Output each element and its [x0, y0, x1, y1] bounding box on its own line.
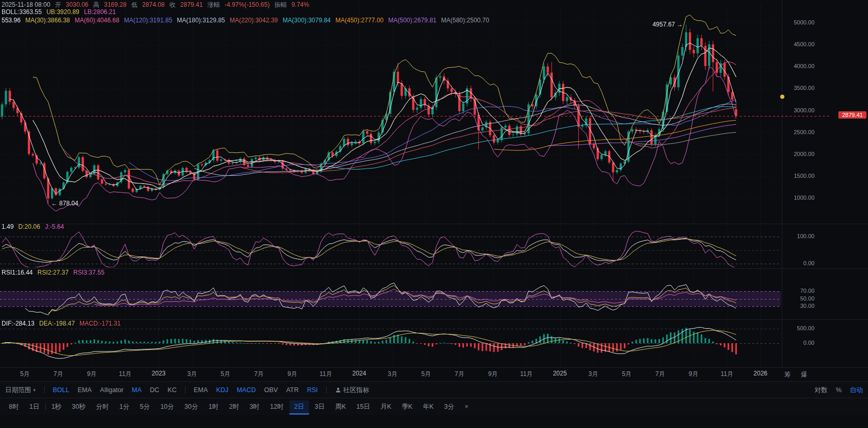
kdj-tick-label: 100.00	[797, 233, 814, 240]
macd-tick-label: 0.00	[804, 340, 814, 346]
timeframe-button-2时[interactable]: 2时	[224, 400, 244, 413]
x-axis-label: 2026	[754, 370, 768, 377]
x-axis-label: 5月	[20, 370, 30, 379]
x-axis-label: 11月	[720, 370, 733, 379]
timeframe-button-1秒[interactable]: 1秒	[47, 400, 66, 413]
legend-item: J:-5.64	[45, 223, 64, 230]
community-indicators-button[interactable]: 社区指标	[335, 386, 369, 395]
timeframe-button-年K[interactable]: 年K	[418, 400, 438, 413]
scale-controls: 对数%自动	[814, 386, 863, 395]
divider	[45, 403, 46, 410]
x-axis-label: 5月	[622, 370, 632, 379]
legend-item: MA(220):3042.39	[230, 17, 278, 24]
indicator-button-boll[interactable]: BOLL	[53, 386, 70, 394]
legend-item: LB:2806.21	[84, 8, 116, 16]
indicator-controls: 日期范围 ▾ BOLLEMAAlligatorMADCKCEMAKDJMACDO…	[5, 386, 369, 395]
indicator-button-macd[interactable]: MACD	[237, 386, 256, 394]
timeframe-button-1日[interactable]: 1日	[24, 400, 44, 413]
x-axis-label: 9月	[689, 370, 699, 379]
x-axis-label: 11月	[119, 370, 131, 379]
timeframe-button-30秒[interactable]: 30秒	[67, 400, 90, 413]
x-axis-label: 5月	[421, 370, 431, 379]
indicator-button-ma[interactable]: MA	[132, 386, 142, 394]
low-price-annotation: ← 878.04	[51, 200, 78, 207]
x-axis-label: 3月	[388, 370, 398, 379]
community-icon	[335, 387, 341, 393]
indicator-button-alligator[interactable]: Alligator	[100, 386, 124, 394]
high-price-annotation: 4957.67 →	[652, 21, 683, 28]
rsi-legend: RSI1:16.44RSI2:27.37RSI3:37.55	[2, 269, 109, 276]
timeframe-button-3日[interactable]: 3日	[310, 400, 329, 413]
x-axis-label: 9月	[87, 370, 97, 379]
log-scale-button[interactable]: 对数	[814, 386, 827, 395]
legend-item: RSI3:37.55	[73, 269, 104, 276]
timeframe-button-1分[interactable]: 1分	[115, 400, 134, 413]
timeframe-button-3时[interactable]: 3时	[245, 400, 264, 413]
legend-item: 9.74%	[291, 1, 309, 8]
x-axis-label: 5月	[221, 370, 231, 379]
legend-item: 开	[55, 1, 61, 8]
price-tick-label: 2500.00	[794, 129, 814, 136]
timeframe-button-3分[interactable]: 3分	[439, 400, 459, 413]
last-price-tag: 2879.41	[838, 111, 866, 119]
timeframe-button-8时[interactable]: 8时	[4, 400, 23, 413]
timeframe-button-15日[interactable]: 15日	[352, 400, 375, 413]
indicator-button-ema[interactable]: EMA	[78, 386, 92, 394]
kdj-legend: 1.49D:20.06J:-5.64	[2, 223, 69, 230]
timeframe-button-2日[interactable]: 2日	[289, 400, 309, 413]
x-axis-label: 9月	[288, 370, 298, 379]
indicator-button-kc[interactable]: KC	[168, 386, 177, 394]
percent-scale-button[interactable]: %	[836, 386, 842, 394]
price-tick-label: 2000.00	[794, 151, 814, 158]
timeframe-button-10分[interactable]: 10分	[156, 400, 179, 413]
legend-item: 2025-11-18 08:00	[2, 1, 50, 8]
timeframe-toolbar: 8时1日1秒30秒分时1分5分10分30分1时2时3时12时2日3日周K15日月…	[0, 398, 868, 415]
legend-item: 2879.41	[180, 1, 203, 8]
legend-item: 收	[169, 1, 176, 8]
x-axis-label: 3月	[589, 370, 598, 379]
legend-item: 低	[131, 1, 138, 8]
timeframe-button-30分[interactable]: 30分	[180, 400, 203, 413]
legend-item: 3030.06	[66, 1, 88, 8]
x-axis-label: 7月	[655, 370, 665, 379]
indicator-button-dc[interactable]: DC	[150, 386, 159, 394]
chips-distribution-button[interactable]: 筹	[784, 370, 791, 379]
x-axis-label: 9月	[488, 370, 498, 379]
timeframe-button-周K[interactable]: 周K	[330, 400, 351, 413]
price-tick-label: 1000.00	[794, 194, 814, 201]
legend-item: MA(300):3079.84	[283, 17, 331, 24]
x-axis-label: 3月	[187, 370, 197, 379]
price-tick-label: 4000.00	[794, 63, 814, 70]
divider	[326, 386, 327, 394]
auto-scale-button[interactable]: 自动	[850, 386, 863, 395]
timeframe-button-12时[interactable]: 12时	[265, 400, 288, 413]
price-tick-label: 3500.00	[794, 85, 814, 92]
x-axis-label: 11月	[319, 370, 332, 379]
chart-canvas[interactable]	[0, 0, 868, 369]
legend-item: 2874.08	[142, 1, 165, 8]
timeframe-button-季K[interactable]: 季K	[397, 400, 417, 413]
divider	[44, 386, 45, 394]
indicator-button-rsi[interactable]: RSI	[307, 386, 318, 394]
legend-item: 3169.28	[104, 1, 126, 8]
indicator-button-kdj[interactable]: KDJ	[216, 386, 229, 394]
x-axis-label: 2023	[152, 370, 166, 377]
timeframe-button-1时[interactable]: 1时	[204, 400, 223, 413]
date-range-dropdown[interactable]: 日期范围 ▾	[5, 386, 36, 395]
indicator-button-atr[interactable]: ATR	[286, 386, 299, 394]
timeframe-button-月K[interactable]: 月K	[376, 400, 396, 413]
close-icon[interactable]: ×	[460, 401, 473, 412]
indicator-button-obv[interactable]: OBV	[264, 386, 277, 394]
rsi-tick-label: 50.00	[800, 295, 814, 302]
rsi-tick-label: 30.00	[800, 303, 814, 309]
indicator-button-ema[interactable]: EMA	[194, 386, 208, 394]
legend-item: MA(500):2679.81	[389, 17, 437, 24]
x-axis-label: 2025	[553, 370, 567, 377]
chevron-down-icon: ▾	[33, 387, 36, 393]
timeframe-button-5分[interactable]: 5分	[135, 400, 154, 413]
kdj-tick-label: 0.00	[804, 260, 814, 267]
timeframe-button-分时[interactable]: 分时	[91, 400, 114, 413]
price-tick-label: 5000.00	[794, 19, 814, 26]
liquidation-button[interactable]: 爆	[801, 370, 807, 379]
price-tick-label: 3000.00	[794, 107, 814, 114]
